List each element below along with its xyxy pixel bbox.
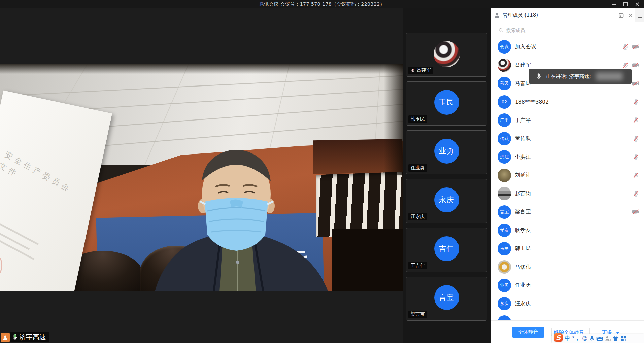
member-name: 188****3802 [515, 99, 549, 105]
member-row[interactable]: 业勇 任业勇 [491, 276, 644, 295]
member-avatar: 会议 [498, 40, 511, 54]
mic-muted-icon [411, 68, 415, 73]
ime-punct-button[interactable]: °， [572, 335, 580, 342]
member-name: 马善民 [515, 80, 531, 87]
member-row[interactable]: 玉民 韩玉民 [491, 240, 644, 258]
member-row[interactable]: 02 188****3802 [491, 93, 644, 111]
member-name: 韩玉民 [515, 245, 531, 252]
grid-icon[interactable] [621, 336, 626, 341]
member-row[interactable]: 洪江 李洪江 [491, 148, 644, 166]
member-avatar: 言宝 [498, 205, 511, 219]
mic-icon[interactable] [590, 336, 594, 342]
member-panel: 管理成员 (118) 会议 加入会议 [491, 8, 644, 343]
participant-name-label: 任业勇 [408, 164, 427, 172]
member-search-box[interactable] [496, 25, 639, 35]
minimize-button[interactable] [608, 0, 620, 8]
sogou-logo[interactable]: S [554, 333, 563, 342]
title-bar: 腾讯会议 会议号：177 570 178（会议密码：220322） [0, 0, 644, 8]
member-avatar [498, 169, 511, 182]
member-panel-icon [494, 12, 500, 18]
close-button[interactable] [631, 0, 643, 8]
ime-toolbar: S 中 °， ☺ [552, 334, 644, 343]
member-avatar: 传跃 [498, 132, 511, 145]
participant-avatar: 吉仁 [434, 236, 459, 261]
mic-muted-icon [633, 153, 639, 160]
member-panel-header: 管理成员 (118) [491, 8, 644, 22]
close-icon [635, 2, 639, 6]
member-name: 马修伟 [515, 264, 531, 271]
member-name: 赵百钧 [515, 190, 531, 197]
menu-icon [638, 13, 642, 18]
person-badge-icon [2, 335, 8, 340]
member-name: 吕建军 [515, 62, 531, 69]
panel-close-icon[interactable] [629, 13, 633, 18]
member-name: 丁广平 [515, 117, 531, 124]
window-title: 腾讯会议 会议号：177 570 178（会议密码：220322） [0, 1, 644, 7]
search-input[interactable] [506, 27, 636, 33]
participant-thumbnail[interactable]: 业勇 任业勇 [406, 130, 487, 174]
member-row[interactable]: 孝友 耿孝友 [491, 221, 644, 240]
member-avatar: 洪江 [498, 150, 511, 164]
popout-icon[interactable] [619, 13, 624, 18]
camera-off-icon [632, 62, 639, 68]
member-row[interactable]: 会议 加入会议 [491, 38, 644, 56]
smiley-icon[interactable]: ☺ [582, 335, 588, 342]
participant-name-label: 韩玉民 [408, 115, 427, 123]
participant-thumbnail[interactable]: 吕建军 [406, 33, 487, 77]
member-name: 董传跃 [515, 135, 531, 142]
member-row[interactable]: 赵百钧 [491, 184, 644, 203]
speaker-name: 济宇高速 [19, 333, 46, 342]
keyboard-icon[interactable] [596, 336, 603, 341]
participant-thumbnail[interactable]: 玉民 韩玉民 [406, 81, 487, 126]
speaker-badge [1, 333, 10, 342]
participant-thumbnail[interactable]: 吉仁 王吉仁 [406, 228, 487, 272]
mic-muted-icon [633, 190, 639, 197]
camera-off-icon [632, 81, 639, 87]
participant-name-label: 梁言宝 [408, 311, 427, 318]
member-avatar [498, 59, 511, 72]
member-panel-title: 管理成员 (118) [503, 12, 538, 19]
scene-shadow [384, 64, 403, 175]
tooltip-redacted [596, 72, 623, 80]
member-row[interactable]: 广平 丁广平 [491, 111, 644, 130]
mic-muted-icon [633, 172, 639, 179]
mic-muted-icon [622, 43, 629, 50]
member-row[interactable]: 马修伟 [491, 258, 644, 276]
member-row[interactable]: 言宝 梁言宝 [491, 203, 644, 221]
member-row[interactable] [491, 313, 644, 321]
mute-all-button[interactable]: 全体静音 [512, 327, 544, 338]
member-row[interactable]: 刘延让 [491, 166, 644, 185]
member-name: 刘延让 [515, 172, 531, 179]
panel-menu-button[interactable] [635, 8, 644, 22]
member-row[interactable]: 永庆 汪永庆 [491, 295, 644, 313]
restore-button[interactable] [620, 0, 631, 8]
speaking-mic-icon [12, 334, 18, 341]
restore-icon [623, 2, 628, 6]
main-video-feed[interactable]: 业 山东交运 致 远 安全生产委员会文件 [0, 64, 403, 291]
mic-muted-icon [633, 117, 639, 124]
active-speaker-label: 济宇高速 [10, 332, 49, 342]
member-avatar: 善民 [498, 77, 511, 90]
mic-muted-icon [622, 62, 629, 69]
member-avatar [498, 315, 511, 320]
member-name: 加入会议 [515, 43, 536, 50]
member-row[interactable]: 传跃 董传跃 [491, 130, 644, 148]
member-avatar: 孝友 [498, 224, 511, 237]
participant-thumbnail[interactable]: 言宝 梁言宝 [406, 277, 487, 321]
camera-off-icon [632, 44, 639, 50]
search-icon [499, 28, 503, 33]
person-input-icon[interactable] [605, 336, 611, 341]
participant-avatar [434, 41, 460, 67]
shirt-icon[interactable] [613, 336, 619, 341]
mic-icon [536, 73, 541, 80]
mic-muted-icon [633, 99, 639, 105]
ime-mode-button[interactable]: 中 [565, 335, 570, 342]
participant-avatar: 永庆 [434, 187, 459, 212]
camera-off-icon [632, 209, 639, 215]
member-avatar: 业勇 [498, 279, 511, 292]
member-name: 梁言宝 [515, 208, 531, 215]
participant-avatar: 玉民 [434, 90, 459, 115]
member-name: 任业勇 [515, 282, 531, 289]
member-avatar [498, 187, 511, 200]
participant-thumbnail[interactable]: 永庆 汪永庆 [406, 179, 487, 223]
